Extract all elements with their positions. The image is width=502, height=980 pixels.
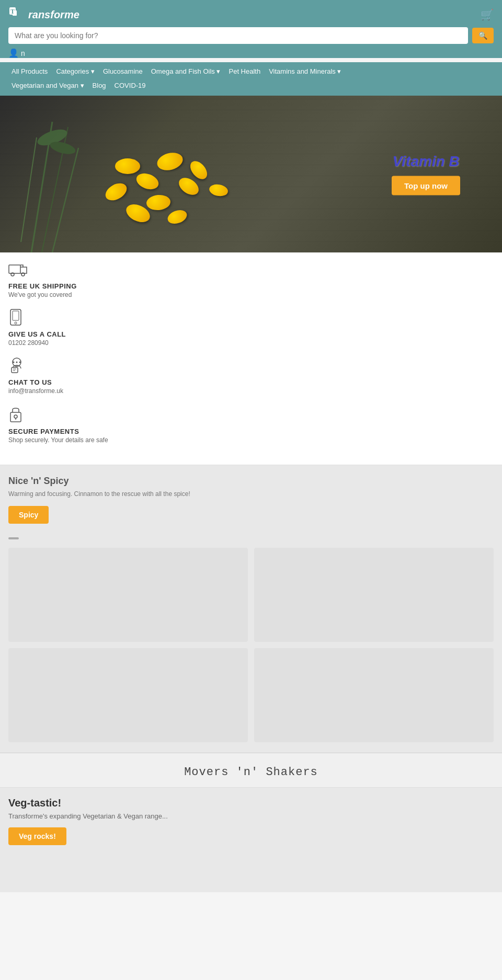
svg-text:T: T — [10, 8, 15, 15]
info-call: GIVE US A CALL 01202 280940 — [8, 309, 494, 347]
payments-title: SECURE PAYMENTS — [8, 428, 494, 435]
svg-rect-9 — [9, 265, 20, 273]
hero-cta-button[interactable]: Top up now — [392, 176, 460, 195]
svg-point-16 — [13, 362, 15, 363]
hero-content: Vitamin B Top up now — [392, 153, 460, 195]
nav: All Products Categories ▾ Glucosamine Om… — [0, 62, 502, 96]
product-card-2[interactable] — [254, 548, 494, 642]
user-label[interactable]: n — [21, 49, 25, 57]
cart-icon[interactable]: 🛒 — [481, 8, 494, 21]
payments-text: Shop securely. Your details are safe — [8, 436, 494, 444]
header: T ransforme 🛒 🔍 👤 n — [0, 0, 502, 58]
veg-desc: Transforme's expanding Vegetarian & Vega… — [8, 812, 494, 820]
nav-item-vitamins[interactable]: Vitamins and Minerals ▾ — [266, 65, 344, 77]
user-icon: 👤 — [8, 48, 19, 58]
svg-rect-19 — [12, 367, 18, 373]
nav-item-pet-health[interactable]: Pet Health — [225, 65, 264, 77]
plant-decoration — [0, 96, 105, 252]
veg-title: Veg-tastic! — [8, 797, 494, 809]
promo-spicy-button[interactable]: Spicy — [8, 506, 49, 524]
svg-rect-13 — [13, 311, 19, 320]
info-shipping: FREE UK SHIPPING We've got you covered — [8, 263, 494, 298]
svg-point-18 — [19, 362, 21, 363]
svg-point-17 — [16, 362, 18, 363]
promo-spicy-desc: Warming and focusing. Cinnamon to the re… — [8, 490, 494, 499]
hero-banner: Vitamin B Top up now — [0, 96, 502, 252]
product-grid — [8, 548, 494, 742]
nav-row: All Products Categories ▾ Glucosamine Om… — [8, 65, 494, 77]
nav-item-glucosamine[interactable]: Glucosamine — [100, 65, 146, 77]
shipping-title: FREE UK SHIPPING — [8, 282, 494, 290]
veg-section: Veg-tastic! Transforme's expanding Veget… — [0, 788, 502, 892]
user-row: 👤 n — [8, 48, 494, 58]
svg-rect-12 — [10, 309, 21, 325]
info-section: FREE UK SHIPPING We've got you covered G… — [0, 252, 502, 465]
nav-item-all-products[interactable]: All Products — [8, 65, 51, 77]
promo-spicy-title: Nice 'n' Spicy — [8, 476, 494, 487]
veg-button[interactable]: Veg rocks! — [8, 827, 66, 845]
lock-icon — [8, 405, 494, 425]
svg-rect-20 — [10, 412, 21, 422]
info-payments: SECURE PAYMENTS Shop securely. Your deta… — [8, 405, 494, 444]
nav-item-blog[interactable]: Blog — [89, 79, 109, 91]
shipping-text: We've got you covered — [8, 291, 494, 298]
logo-row: T ransforme 🛒 — [8, 6, 494, 23]
phone-icon — [8, 309, 494, 328]
nav-row-2: Vegetarian and Vegan ▾ Blog COVID-19 — [8, 79, 494, 91]
product-card-4[interactable] — [254, 648, 494, 742]
promo-spicy-section: Nice 'n' Spicy Warming and focusing. Cin… — [0, 465, 502, 753]
svg-line-6 — [52, 148, 78, 252]
movers-section: Movers 'n' Shakers — [0, 753, 502, 788]
movers-title: Movers 'n' Shakers — [8, 766, 494, 779]
search-button[interactable]: 🔍 — [472, 28, 494, 43]
svg-point-21 — [14, 415, 17, 418]
chat-text: info@transforme.uk — [8, 387, 494, 395]
search-input[interactable] — [8, 27, 468, 44]
call-title: GIVE US A CALL — [8, 330, 494, 338]
nav-item-omega[interactable]: Omega and Fish Oils ▾ — [148, 65, 224, 77]
svg-line-5 — [21, 137, 37, 242]
info-chat: CHAT TO US info@transforme.uk — [8, 357, 494, 395]
product-card-3[interactable] — [8, 648, 248, 742]
logo-icon: T — [8, 6, 25, 23]
svg-point-14 — [15, 322, 17, 324]
call-text: 01202 280940 — [8, 339, 494, 347]
shipping-icon — [8, 263, 494, 280]
nav-item-vegetarian[interactable]: Vegetarian and Vegan ▾ — [8, 79, 87, 91]
logo[interactable]: T ransforme — [8, 6, 79, 23]
product-card-1[interactable] — [8, 548, 248, 642]
search-row: 🔍 — [8, 27, 494, 44]
chat-icon — [8, 357, 494, 376]
nav-item-covid[interactable]: COVID-19 — [111, 79, 149, 91]
hero-title: Vitamin B — [392, 153, 460, 170]
chat-title: CHAT TO US — [8, 378, 494, 386]
pill-decoration — [115, 158, 140, 174]
nav-item-categories[interactable]: Categories ▾ — [53, 65, 98, 77]
promo-divider — [8, 537, 19, 539]
logo-text: ransforme — [28, 9, 79, 21]
